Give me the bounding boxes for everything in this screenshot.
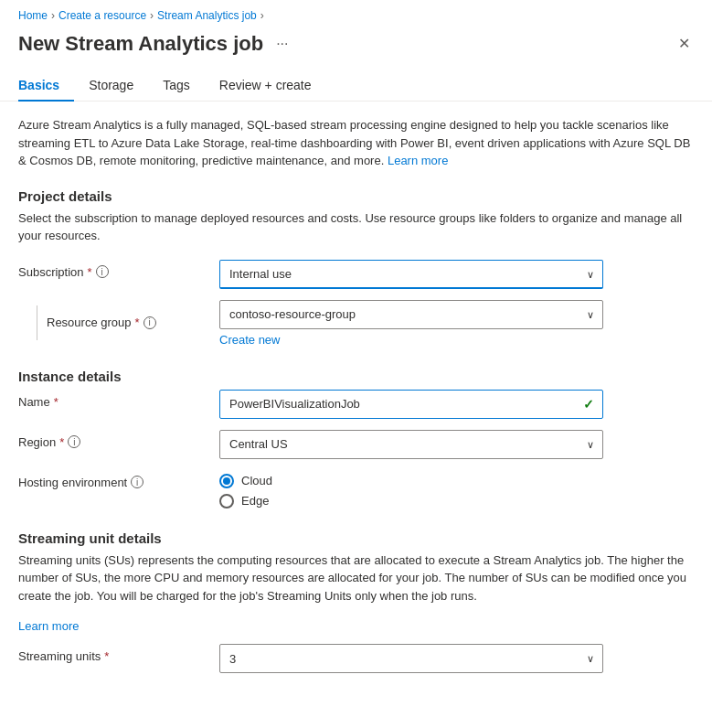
region-select-wrapper: Central US ∨: [219, 430, 603, 459]
name-required: *: [54, 395, 58, 409]
breadcrumb: Home › Create a resource › Stream Analyt…: [0, 0, 712, 27]
main-content: Azure Stream Analytics is a fully manage…: [0, 102, 712, 710]
streaming-unit-section: Streaming unit details Streaming units (…: [18, 530, 694, 674]
name-label-col: Name *: [18, 390, 219, 409]
resource-group-select-wrapper: contoso-resource-group ∨: [219, 300, 603, 329]
hosting-label-col: Hosting environment i: [18, 470, 219, 489]
subscription-row: Subscription * i Internal use ∨: [18, 260, 694, 289]
region-row: Region * i Central US ∨: [18, 430, 694, 459]
breadcrumb-chevron-1: ›: [51, 9, 55, 22]
hosting-radio-group: Cloud Edge: [219, 470, 694, 509]
hosting-cloud-label: Cloud: [241, 474, 272, 487]
tab-basics[interactable]: Basics: [18, 70, 74, 102]
hosting-cloud-radio[interactable]: [219, 474, 234, 488]
tab-bar: Basics Storage Tags Review + create: [0, 70, 712, 102]
streaming-units-control: 3 1 6 12 ∨: [219, 644, 694, 673]
hosting-environment-row: Hosting environment i Cloud Edge: [18, 470, 694, 509]
project-details-desc: Select the subscription to manage deploy…: [18, 209, 694, 245]
tab-storage[interactable]: Storage: [74, 70, 148, 102]
hosting-info-icon[interactable]: i: [131, 476, 143, 488]
streaming-units-label-col: Streaming units *: [18, 644, 219, 663]
subscription-control: Internal use ∨: [219, 260, 694, 289]
streaming-unit-desc: Streaming units (SUs) represents the com…: [18, 551, 694, 605]
project-details-title: Project details: [18, 188, 694, 204]
breadcrumb-home[interactable]: Home: [18, 9, 48, 22]
breadcrumb-stream-analytics[interactable]: Stream Analytics job: [157, 9, 257, 22]
learn-more-link-description[interactable]: Learn more: [388, 154, 448, 167]
streaming-units-select[interactable]: 3 1 6 12: [219, 644, 603, 673]
subscription-select-wrapper: Internal use ∨: [219, 260, 603, 289]
streaming-units-label: Streaming units: [18, 649, 101, 663]
name-control: PowerBIVisualizationJob ✓: [219, 390, 694, 419]
instance-details-title: Instance details: [18, 369, 694, 384]
instance-details-section: Instance details Name * PowerBIVisualiza…: [18, 369, 694, 509]
name-select-wrapper: PowerBIVisualizationJob ✓: [219, 390, 603, 419]
name-label: Name: [18, 395, 50, 409]
ellipsis-button[interactable]: ···: [271, 34, 293, 54]
tab-tags[interactable]: Tags: [148, 70, 205, 102]
subscription-required: *: [88, 265, 92, 279]
streaming-units-row: Streaming units * 3 1 6 12 ∨: [18, 644, 694, 673]
resource-group-required: *: [135, 316, 140, 329]
streaming-learn-more-link[interactable]: Learn more: [18, 619, 79, 633]
region-label-col: Region * i: [18, 430, 219, 449]
create-new-resource-group-link[interactable]: Create new: [219, 333, 280, 347]
service-description: Azure Stream Analytics is a fully manage…: [18, 116, 694, 170]
hosting-label: Hosting environment: [18, 476, 127, 489]
region-label: Region: [18, 435, 56, 449]
resource-group-control: contoso-resource-group ∨ Create new: [219, 300, 694, 347]
hosting-cloud-option[interactable]: Cloud: [219, 474, 694, 488]
subscription-label: Subscription: [18, 265, 84, 279]
hosting-edge-label: Edge: [241, 494, 269, 508]
region-info-icon[interactable]: i: [68, 435, 80, 448]
name-input[interactable]: PowerBIVisualizationJob: [219, 390, 603, 419]
project-details-section: Project details Select the subscription …: [18, 188, 694, 347]
subscription-select[interactable]: Internal use: [219, 260, 603, 289]
streaming-units-required: *: [104, 649, 109, 663]
tab-review-create[interactable]: Review + create: [205, 70, 326, 102]
subscription-info-icon[interactable]: i: [96, 265, 109, 278]
breadcrumb-chevron-2: ›: [150, 9, 154, 22]
hosting-edge-radio[interactable]: [219, 494, 234, 509]
subscription-label-col: Subscription * i: [18, 260, 219, 279]
region-required: *: [59, 435, 64, 449]
breadcrumb-chevron-3: ›: [260, 9, 264, 22]
breadcrumb-create-resource[interactable]: Create a resource: [58, 9, 146, 22]
streaming-units-select-wrapper: 3 1 6 12 ∨: [219, 644, 603, 673]
hosting-control: Cloud Edge: [219, 470, 694, 509]
page-header: New Stream Analytics job ··· ✕: [0, 27, 712, 70]
resource-group-label: Resource group: [47, 316, 132, 329]
streaming-unit-title: Streaming unit details: [18, 530, 694, 546]
region-control: Central US ∨: [219, 430, 694, 459]
close-button[interactable]: ✕: [675, 31, 694, 56]
name-row: Name * PowerBIVisualizationJob ✓: [18, 390, 694, 419]
hosting-edge-option[interactable]: Edge: [219, 494, 694, 509]
resource-group-select[interactable]: contoso-resource-group: [219, 300, 603, 329]
region-select[interactable]: Central US: [219, 430, 603, 459]
page-title: New Stream Analytics job: [18, 32, 263, 56]
resource-group-info-icon[interactable]: i: [143, 316, 156, 329]
page-title-area: New Stream Analytics job ···: [18, 32, 294, 56]
